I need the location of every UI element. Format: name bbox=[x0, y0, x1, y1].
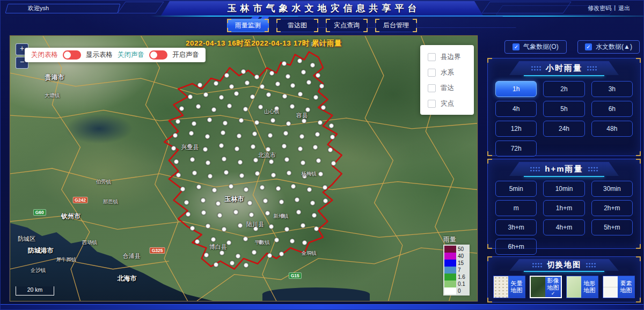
station-marker[interactable] bbox=[255, 171, 260, 176]
station-marker[interactable] bbox=[298, 146, 303, 151]
station-marker[interactable] bbox=[212, 188, 217, 193]
station-marker[interactable] bbox=[250, 94, 255, 99]
station-marker[interactable] bbox=[253, 158, 258, 163]
station-marker[interactable] bbox=[249, 212, 254, 217]
rain-period-button[interactable]: 24h bbox=[543, 121, 584, 137]
station-marker[interactable] bbox=[239, 118, 244, 123]
station-marker[interactable] bbox=[243, 237, 248, 241]
rain-period-button[interactable]: 6h+m bbox=[495, 239, 537, 255]
station-marker[interactable] bbox=[229, 184, 233, 189]
rain-period-button[interactable]: 5h bbox=[543, 101, 584, 117]
station-marker[interactable] bbox=[321, 105, 326, 110]
station-marker[interactable] bbox=[298, 92, 303, 97]
rain-period-button[interactable]: 5min bbox=[495, 181, 537, 197]
station-marker[interactable] bbox=[318, 172, 323, 176]
station-marker[interactable] bbox=[290, 104, 295, 109]
station-marker[interactable] bbox=[299, 134, 304, 139]
station-marker[interactable] bbox=[192, 171, 197, 175]
layer-row[interactable]: 县边界 bbox=[420, 49, 474, 65]
station-marker[interactable] bbox=[306, 80, 311, 85]
station-marker[interactable] bbox=[269, 224, 274, 229]
station-marker[interactable] bbox=[238, 223, 243, 228]
station-marker[interactable] bbox=[196, 184, 201, 189]
rain-period-button[interactable]: 1h bbox=[495, 81, 537, 97]
logout-link[interactable]: 退出 bbox=[618, 4, 630, 12]
rain-period-button[interactable]: 2h+m bbox=[591, 200, 633, 216]
station-marker[interactable] bbox=[279, 252, 284, 256]
station-marker[interactable] bbox=[201, 210, 206, 215]
rain-period-button[interactable]: 4h+m bbox=[543, 219, 584, 235]
nav-tab[interactable]: 灾点查询 bbox=[326, 19, 368, 32]
station-marker[interactable] bbox=[204, 253, 209, 257]
station-marker[interactable] bbox=[323, 185, 327, 190]
station-marker[interactable] bbox=[219, 250, 224, 255]
station-marker[interactable] bbox=[236, 254, 240, 259]
station-marker[interactable] bbox=[302, 119, 306, 123]
station-marker[interactable] bbox=[329, 123, 334, 128]
station-marker[interactable] bbox=[179, 106, 184, 111]
rain-period-button[interactable]: 1h+m bbox=[543, 200, 584, 216]
station-marker[interactable] bbox=[276, 186, 281, 191]
station-marker[interactable] bbox=[186, 212, 191, 217]
station-marker[interactable] bbox=[297, 58, 302, 63]
station-marker[interactable] bbox=[171, 146, 176, 151]
station-marker[interactable] bbox=[319, 84, 324, 88]
station-marker[interactable] bbox=[173, 133, 178, 138]
station-marker[interactable] bbox=[328, 147, 333, 152]
station-marker[interactable] bbox=[268, 133, 273, 138]
station-marker[interactable] bbox=[247, 201, 252, 205]
rain-period-button[interactable]: 10min bbox=[543, 181, 584, 197]
station-marker[interactable] bbox=[330, 135, 335, 139]
station-marker[interactable] bbox=[282, 61, 287, 66]
station-marker[interactable] bbox=[224, 170, 229, 175]
station-marker[interactable] bbox=[301, 160, 305, 165]
station-marker[interactable] bbox=[187, 144, 192, 149]
station-marker[interactable] bbox=[258, 105, 263, 109]
station-marker[interactable] bbox=[284, 227, 289, 232]
station-marker[interactable] bbox=[283, 131, 288, 136]
station-marker[interactable] bbox=[237, 134, 241, 138]
station-marker[interactable] bbox=[274, 106, 279, 111]
rain-period-button[interactable]: 3h bbox=[591, 81, 633, 97]
station-marker[interactable] bbox=[282, 144, 287, 149]
station-marker[interactable] bbox=[331, 161, 336, 166]
rain-period-button[interactable]: 4h bbox=[495, 101, 537, 117]
station-marker[interactable] bbox=[310, 63, 315, 68]
station-marker[interactable] bbox=[252, 250, 257, 255]
station-marker[interactable] bbox=[269, 159, 274, 164]
station-marker[interactable] bbox=[190, 157, 195, 162]
data-source-button[interactable]: ✓ 水文数据(▲) bbox=[577, 40, 640, 54]
station-marker[interactable] bbox=[305, 107, 310, 112]
map-type-tile[interactable]: 影像地图 ✓ bbox=[530, 276, 562, 298]
station-marker[interactable] bbox=[307, 187, 312, 192]
station-marker[interactable] bbox=[174, 159, 179, 164]
station-marker[interactable] bbox=[227, 104, 232, 108]
station-marker[interactable] bbox=[222, 157, 226, 161]
station-marker[interactable] bbox=[282, 94, 287, 99]
station-marker[interactable] bbox=[251, 144, 255, 149]
station-marker[interactable] bbox=[243, 107, 248, 112]
station-marker[interactable] bbox=[214, 262, 218, 267]
station-marker[interactable] bbox=[275, 82, 280, 86]
station-marker[interactable] bbox=[313, 95, 318, 100]
station-marker[interactable] bbox=[267, 253, 272, 258]
station-marker[interactable] bbox=[302, 240, 307, 245]
station-marker[interactable] bbox=[189, 131, 194, 136]
station-marker[interactable] bbox=[266, 147, 270, 152]
layer-row[interactable]: 灾点 bbox=[420, 96, 474, 112]
rain-period-button[interactable]: 2h bbox=[543, 81, 584, 97]
map-type-tile[interactable]: 要素地图 bbox=[603, 276, 635, 298]
station-marker[interactable] bbox=[274, 238, 279, 242]
station-marker[interactable] bbox=[253, 226, 258, 231]
station-marker[interactable] bbox=[206, 160, 210, 165]
station-marker[interactable] bbox=[195, 239, 200, 244]
checkbox-icon[interactable] bbox=[428, 69, 436, 77]
station-marker[interactable] bbox=[208, 174, 213, 179]
map-type-tile[interactable]: 地形地图 bbox=[566, 276, 598, 298]
station-marker[interactable] bbox=[316, 158, 321, 163]
data-source-button[interactable]: ✓ 气象数据(O) bbox=[504, 40, 567, 54]
station-marker[interactable] bbox=[310, 201, 315, 205]
station-marker[interactable] bbox=[216, 201, 221, 206]
station-marker[interactable] bbox=[295, 197, 299, 202]
station-marker[interactable] bbox=[211, 107, 216, 112]
